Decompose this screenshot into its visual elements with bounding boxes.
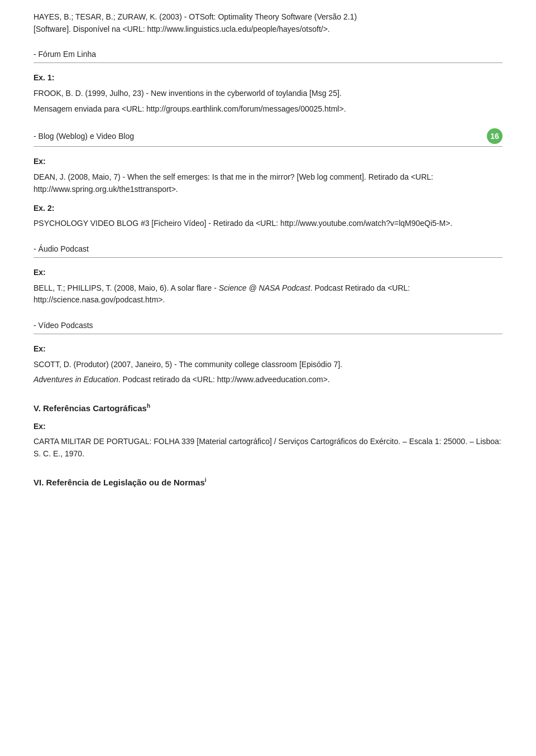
blog-section-header: - Blog (Weblog) e Video Blog 16 — [34, 128, 502, 147]
blog-badge: 16 — [487, 128, 502, 144]
forum-section-title: - Fórum Em Linha — [34, 49, 96, 60]
forum-ex1-label: Ex. 1: — [34, 72, 502, 84]
cartographic-ex-label: Ex: — [34, 421, 502, 433]
audio-section-header: - Áudio Podcast — [34, 243, 502, 258]
video-podcasts-italic: Adventures in Education — [34, 375, 118, 384]
blog-section-title: - Blog (Weblog) e Video Blog — [34, 131, 134, 142]
blog-ex2: Ex. 2: PSYCHOLOGY VIDEO BLOG #3 [Ficheir… — [34, 203, 502, 230]
cartographic-ex-line1: CARTA MILITAR DE PORTUGAL: FOLHA 339 [Ma… — [34, 436, 502, 460]
cartographic-heading-sup: h — [147, 403, 150, 409]
video-podcasts-ex1-text: SCOTT, D. (Produtor) (2007, Janeiro, 5) … — [34, 359, 502, 371]
video-podcasts-section-title: - Vídeo Podcasts — [34, 320, 93, 331]
cartographic-ex: Ex: CARTA MILITAR DE PORTUGAL: FOLHA 339… — [34, 421, 502, 460]
audio-ex1-line1: BELL, T.; PHILLIPS, T. (2008, Maio, 6). … — [34, 283, 219, 292]
forum-ex1-line2: Mensagem enviada para <URL: http://group… — [34, 103, 502, 115]
top-references: HAYES, B.; TESAR, B.; ZURAW, K. (2003) -… — [34, 11, 502, 35]
audio-ex1-italic: Science @ NASA Podcast — [219, 283, 310, 292]
legislation-heading: VI. Referência de Legislação ou de Norma… — [34, 476, 502, 489]
blog-ex1: Ex: DEAN, J. (2008, Maio, 7) - When the … — [34, 156, 502, 195]
audio-ex1: Ex: BELL, T.; PHILLIPS, T. (2008, Maio, … — [34, 267, 502, 306]
forum-section-header: - Fórum Em Linha — [34, 49, 502, 63]
video-podcasts-rest: . Podcast retirado da <URL: http://www.a… — [118, 375, 330, 384]
forum-ex1: Ex. 1: FROOK, B. D. (1999, Julho, 23) - … — [34, 72, 502, 115]
video-podcasts-ex1-line1: SCOTT, D. (Produtor) (2007, Janeiro, 5) … — [34, 360, 342, 369]
blog-ex1-line1: DEAN, J. (2008, Maio, 7) - When the self… — [34, 171, 502, 195]
top-ref-line1: HAYES, B.; TESAR, B.; ZURAW, K. (2003) -… — [34, 11, 502, 23]
audio-ex1-text: BELL, T.; PHILLIPS, T. (2008, Maio, 6). … — [34, 282, 502, 306]
audio-section-title: - Áudio Podcast — [34, 243, 89, 255]
video-podcasts-ex1-label: Ex: — [34, 343, 502, 355]
cartographic-heading: V. Referências Cartográficash — [34, 402, 502, 415]
audio-ex1-label: Ex: — [34, 267, 502, 279]
top-ref-line2: [Software]. Disponível na <URL: http://w… — [34, 23, 502, 36]
legislation-heading-sup: i — [205, 477, 207, 483]
forum-ex1-line1: FROOK, B. D. (1999, Julho, 23) - New inv… — [34, 88, 502, 100]
blog-ex2-label: Ex. 2: — [34, 203, 502, 215]
blog-ex1-label: Ex: — [34, 156, 502, 168]
video-podcasts-section-header: - Vídeo Podcasts — [34, 320, 502, 334]
video-podcasts-ex1: Ex: SCOTT, D. (Produtor) (2007, Janeiro,… — [34, 343, 502, 386]
video-podcasts-ex1-line2: Adventures in Education. Podcast retirad… — [34, 374, 502, 386]
blog-ex2-line1: PSYCHOLOGY VIDEO BLOG #3 [Ficheiro Vídeo… — [34, 218, 502, 230]
